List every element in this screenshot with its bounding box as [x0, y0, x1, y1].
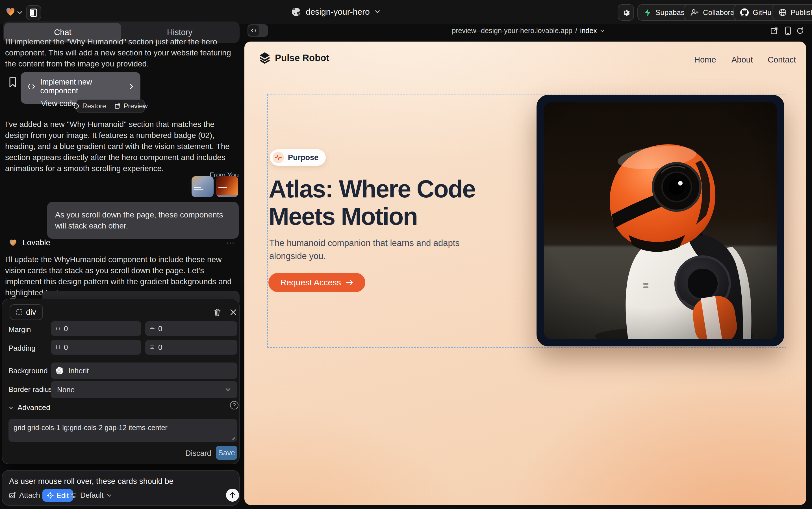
assistant-name: Lovable: [23, 238, 50, 247]
background-field[interactable]: Inherit: [51, 363, 237, 379]
nav-link-about[interactable]: About: [732, 55, 753, 65]
thumb-text-line: [218, 187, 227, 188]
image-attachment-blue[interactable]: [191, 176, 214, 197]
publish-globe-icon: [779, 8, 786, 16]
component-card-title: Implement new component: [40, 78, 124, 95]
thumb-text-line: [194, 189, 204, 190]
edit-mode-button[interactable]: Edit: [42, 489, 73, 502]
project-switcher[interactable]: design-your-hero: [291, 7, 380, 17]
chat-input[interactable]: As user mouse roll over, these cards sho…: [9, 477, 232, 486]
version-actions: Restore Preview: [76, 100, 145, 112]
restore-button[interactable]: Restore: [73, 102, 106, 110]
collaborate-icon: [691, 9, 699, 16]
supabase-icon: [644, 8, 652, 16]
help-icon[interactable]: ?: [230, 401, 238, 409]
padding-label: Padding: [8, 344, 35, 352]
padding-x-input[interactable]: [64, 343, 126, 352]
discard-button[interactable]: Discard: [185, 449, 211, 458]
margin-x-field[interactable]: [51, 321, 141, 336]
site-preview-viewport: Pulse Robot Home About Contact Purpose A…: [245, 41, 806, 505]
padding-x-icon: [56, 345, 61, 350]
open-in-new-tab-icon[interactable]: [770, 27, 778, 35]
sidebar-panel-icon: [30, 8, 37, 17]
classes-textarea[interactable]: grid grid-cols-1 lg:grid-cols-2 gap-12 i…: [8, 419, 237, 442]
element-inspector-panel: div Margin Padding: [2, 299, 239, 464]
padding-y-field[interactable]: [145, 340, 237, 354]
request-access-button[interactable]: Request Access: [268, 273, 365, 292]
code-icon: [27, 83, 35, 90]
nav-link-home[interactable]: Home: [694, 55, 716, 65]
settings-sliders-icon: [70, 492, 77, 499]
assistant-message: I've added a new "Why Humanoid" section …: [5, 119, 239, 174]
model-selector[interactable]: Default: [70, 491, 112, 500]
mobile-view-icon[interactable]: [784, 26, 792, 35]
advanced-label: Advanced: [17, 403, 50, 412]
hero-heading: Atlas: Where Code Meets Motion: [269, 175, 540, 230]
code-toggle-segment: [248, 25, 259, 36]
background-value: Inherit: [68, 367, 89, 375]
settings-button[interactable]: [618, 4, 634, 21]
selected-element-chip[interactable]: div: [10, 304, 43, 320]
url-separator: /: [575, 27, 577, 35]
lovable-menu-button[interactable]: [5, 6, 16, 17]
hero-subheading: The humanoid companion that learns and a…: [269, 237, 473, 263]
restore-icon: [73, 103, 79, 109]
resize-handle-icon[interactable]: [230, 436, 235, 440]
mode-label: Default: [80, 491, 103, 500]
trash-icon[interactable]: [214, 308, 221, 317]
attach-image-icon: [9, 492, 16, 499]
transparency-swatch-icon: [56, 367, 63, 374]
chevron-down-icon: [107, 494, 112, 497]
margin-y-icon: [150, 326, 155, 331]
margin-y-field[interactable]: [145, 321, 237, 336]
chat-composer: As user mouse roll over, these cards sho…: [2, 470, 239, 506]
close-icon[interactable]: [230, 309, 237, 315]
purpose-badge-label: Purpose: [288, 153, 319, 162]
purpose-badge: Purpose: [270, 149, 326, 166]
pulse-icon: [275, 155, 282, 160]
save-button[interactable]: Save: [216, 446, 237, 460]
border-radius-select[interactable]: None: [51, 381, 237, 398]
preview-url-bar[interactable]: preview--design-your-hero.lovable.app / …: [441, 27, 616, 35]
site-brand[interactable]: Pulse Robot: [259, 52, 329, 64]
gear-icon: [622, 8, 630, 17]
publish-button[interactable]: Publish: [772, 4, 812, 21]
send-button[interactable]: [226, 489, 239, 502]
component-card[interactable]: Implement new component View code: [21, 72, 140, 104]
margin-label: Margin: [8, 325, 31, 334]
external-link-icon: [114, 103, 121, 109]
chevron-down-icon: [600, 29, 605, 33]
padding-x-field[interactable]: [51, 340, 141, 354]
margin-x-icon: [56, 326, 61, 331]
tab-chat-label: Chat: [54, 28, 71, 37]
chevron-down-icon: [225, 388, 231, 392]
margin-y-input[interactable]: [158, 324, 220, 333]
element-icon: [16, 309, 22, 315]
padding-y-input[interactable]: [158, 343, 220, 352]
margin-x-input[interactable]: [64, 324, 126, 333]
chevron-down-icon: [17, 11, 23, 15]
assistant-header: Lovable: [8, 238, 50, 247]
message-more-button[interactable]: ...: [226, 236, 235, 245]
chevron-down-icon: [8, 406, 13, 409]
top-bar: design-your-hero Supabase Collaborate: [0, 0, 812, 24]
code-preview-toggle[interactable]: [248, 24, 268, 37]
image-attachment-orange[interactable]: [216, 176, 238, 197]
attach-button[interactable]: Attach: [9, 491, 40, 500]
hero-robot-card: [537, 95, 784, 346]
preview-button[interactable]: Preview: [114, 102, 147, 110]
sidebar-toggle-button[interactable]: [26, 5, 41, 20]
github-icon: [740, 8, 749, 17]
preview-url: preview--design-your-hero.lovable.app: [452, 27, 573, 35]
project-name: design-your-hero: [306, 7, 370, 17]
nav-link-contact[interactable]: Contact: [768, 55, 796, 65]
preview-path: index: [580, 27, 597, 35]
padding-y-icon: [150, 345, 155, 350]
chevron-down-icon: [374, 10, 380, 14]
advanced-section-toggle[interactable]: Advanced: [8, 403, 50, 412]
bookmark-icon[interactable]: [8, 77, 17, 88]
refresh-icon[interactable]: [796, 27, 804, 35]
hidden-card-icon: [10, 294, 16, 299]
attach-label: Attach: [19, 491, 40, 500]
border-radius-label: Border radius: [8, 385, 52, 394]
